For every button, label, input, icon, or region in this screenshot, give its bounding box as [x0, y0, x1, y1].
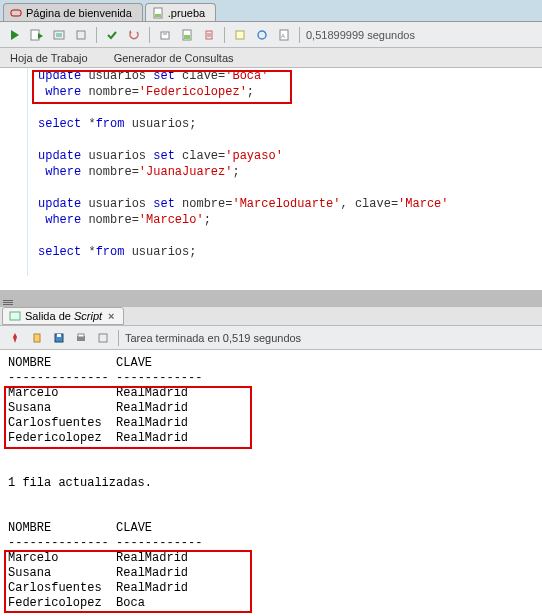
format-button[interactable] [231, 26, 249, 44]
script-output-icon [9, 310, 21, 322]
table-row: Susana RealMadrid [8, 566, 188, 580]
run-button[interactable] [6, 26, 24, 44]
tab-file[interactable]: .prueba [145, 3, 216, 21]
worksheet-subtabs: Hoja de Trabajo Generador de Consultas [0, 48, 542, 68]
svg-rect-12 [206, 31, 212, 39]
output-tab-label: Salida de Script [25, 310, 102, 322]
table-row: Federicolopez RealMadrid [8, 431, 188, 445]
output-text: NOMBRE CLAVE -------------- ------------… [8, 356, 534, 611]
svg-text:A: A [281, 33, 285, 39]
table-row: Marcelo RealMadrid [8, 551, 188, 565]
explain-plan-button[interactable] [50, 26, 68, 44]
worksheet-button[interactable] [178, 26, 196, 44]
output-toolbar: Tarea terminada en 0,519 segundos [0, 326, 542, 350]
svg-rect-8 [161, 32, 169, 39]
svg-rect-22 [57, 334, 61, 337]
tab-welcome-label: Página de bienvenida [26, 7, 132, 19]
sql-editor[interactable]: update usuarios set clave='Boca' where n… [0, 68, 542, 298]
table-row: Carlosfuentes RealMadrid [8, 581, 188, 595]
svg-rect-11 [184, 35, 190, 39]
separator [149, 27, 150, 43]
separator [96, 27, 97, 43]
table-row: Carlosfuentes RealMadrid [8, 416, 188, 430]
svg-rect-25 [99, 334, 107, 342]
export-button[interactable] [94, 329, 112, 347]
output-status: Tarea terminada en 0,519 segundos [125, 332, 301, 344]
main-toolbar: A 0,51899999 segundos [0, 22, 542, 48]
subtab-query-builder[interactable]: Generador de Consultas [108, 49, 240, 67]
table-row: Marcelo RealMadrid [8, 386, 188, 400]
splitter-bar[interactable] [0, 298, 542, 306]
table-row: Federicolopez Boca [8, 596, 145, 610]
file-tabs: Página de bienvenida .prueba [0, 0, 542, 22]
svg-rect-3 [31, 30, 39, 40]
close-output-tab[interactable]: × [106, 310, 116, 322]
refresh-button[interactable] [253, 26, 271, 44]
execution-time: 0,51899999 segundos [306, 29, 415, 41]
print-output-button[interactable] [72, 329, 90, 347]
output-tabs: Salida de Script × [0, 306, 542, 326]
svg-rect-2 [155, 14, 161, 17]
tab-welcome[interactable]: Página de bienvenida [3, 3, 143, 21]
output-tab-script[interactable]: Salida de Script × [2, 307, 124, 325]
table-row: Susana RealMadrid [8, 401, 188, 415]
run-script-button[interactable] [28, 26, 46, 44]
oracle-icon [10, 7, 22, 19]
sql-file-icon [152, 7, 164, 19]
svg-rect-19 [10, 312, 20, 320]
separator [299, 27, 300, 43]
commit-button[interactable] [103, 26, 121, 44]
history-button[interactable] [156, 26, 174, 44]
format-sql-button[interactable]: A [275, 26, 293, 44]
subtab-worksheet[interactable]: Hoja de Trabajo [4, 49, 94, 67]
update-message: 1 fila actualizadas. [8, 476, 152, 490]
svg-rect-0 [11, 10, 21, 16]
rollback-button[interactable] [125, 26, 143, 44]
splitter-handle-icon [3, 299, 13, 305]
separator [118, 330, 119, 346]
svg-rect-24 [78, 334, 84, 337]
clear-output-button[interactable] [28, 329, 46, 347]
separator [224, 27, 225, 43]
script-output[interactable]: NOMBRE CLAVE -------------- ------------… [0, 350, 542, 616]
svg-rect-15 [236, 31, 244, 39]
tab-file-label: .prueba [168, 7, 205, 19]
svg-rect-4 [54, 31, 64, 39]
clear-button[interactable] [200, 26, 218, 44]
svg-rect-7 [77, 31, 85, 39]
svg-rect-20 [34, 334, 40, 342]
save-output-button[interactable] [50, 329, 68, 347]
pin-button[interactable] [6, 329, 24, 347]
autotrace-button[interactable] [72, 26, 90, 44]
